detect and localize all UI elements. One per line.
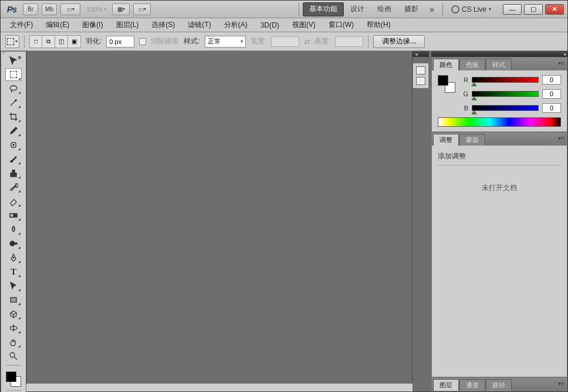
color-swatches[interactable] [5, 370, 22, 388]
zoom-tool[interactable] [5, 350, 22, 363]
selection-new[interactable]: □ [29, 35, 42, 48]
foreground-color-swatch[interactable] [6, 371, 16, 382]
height-label: 高度: [315, 36, 330, 46]
g-slider[interactable] [472, 91, 539, 97]
color-panel: 颜色 色板 样式 ▾≡ R G B [431, 57, 567, 132]
b-value[interactable] [542, 103, 561, 113]
lasso-tool[interactable] [5, 82, 22, 95]
extras-button[interactable]: ▭▾ [133, 4, 151, 15]
collapsed-panel-group[interactable] [413, 63, 429, 89]
canvas-area[interactable] [26, 51, 413, 391]
crop-tool[interactable] [5, 110, 22, 123]
workspace-tab-photo[interactable]: 摄影 [398, 2, 425, 16]
healing-brush-tool[interactable] [5, 138, 22, 151]
move-tool[interactable]: ✥ [5, 54, 22, 67]
stamp-tool[interactable] [5, 167, 22, 180]
workspace-tab-design[interactable]: 设计 [344, 2, 371, 16]
selection-add[interactable]: ⧉ [42, 35, 55, 48]
menu-image[interactable]: 图像(I) [76, 18, 109, 32]
menu-edit[interactable]: 编辑(E) [40, 18, 75, 32]
menu-view[interactable]: 视图(V) [286, 18, 322, 32]
adjustments-panel: 调整 蒙版 ▾≡ 添加调整 未打开文档 [431, 132, 567, 377]
panel-icon[interactable] [416, 77, 425, 85]
color-spectrum[interactable] [438, 117, 561, 127]
svg-rect-7 [14, 243, 17, 244]
panel-fg-swatch[interactable] [438, 75, 448, 86]
window-maximize[interactable]: ▢ [524, 4, 543, 15]
3d-camera-tool[interactable] [5, 322, 22, 334]
feather-input[interactable] [106, 36, 134, 48]
tab-paths[interactable]: 路径 [486, 379, 512, 391]
menu-3d[interactable]: 3D(D) [255, 19, 285, 31]
separator [24, 35, 25, 48]
eyedropper-tool[interactable] [5, 124, 22, 137]
style-select[interactable]: 正常▾ [205, 36, 246, 48]
r-value[interactable] [542, 75, 561, 85]
window-minimize[interactable]: — [503, 4, 522, 15]
dodge-tool[interactable] [5, 237, 22, 250]
zoom-level[interactable]: 100%▾ [84, 6, 109, 13]
svg-point-11 [10, 353, 15, 357]
tab-channels[interactable]: 通道 [459, 379, 485, 391]
tab-layers[interactable]: 图层 [433, 379, 459, 391]
tab-swatches[interactable]: 色板 [459, 59, 485, 70]
antialias-checkbox[interactable] [139, 38, 146, 45]
eraser-tool[interactable] [5, 195, 22, 208]
hand-tool[interactable] [5, 336, 22, 349]
panel-menu-icon[interactable]: ▾≡ [558, 380, 564, 387]
g-value[interactable] [542, 89, 561, 99]
svg-point-8 [13, 257, 14, 258]
menu-filter[interactable]: 滤镜(T) [182, 18, 217, 32]
tool-divider [6, 390, 21, 391]
panel-color-swatches[interactable] [438, 75, 455, 93]
selection-subtract[interactable]: ◫ [55, 35, 68, 48]
screen-mode-button[interactable]: ▭▾ [60, 4, 80, 15]
add-adjustment-title: 添加调整 [438, 151, 561, 161]
tab-masks[interactable]: 蒙版 [459, 134, 485, 146]
dock-collapse-grip[interactable]: ◂◂ [413, 51, 429, 57]
blur-tool[interactable] [5, 223, 22, 236]
bridge-button[interactable]: Br [23, 4, 38, 15]
pen-tool[interactable] [5, 251, 22, 264]
workspace-more[interactable]: » [425, 2, 439, 16]
menu-file[interactable]: 文件(F) [4, 18, 39, 32]
panel-menu-icon[interactable]: ▾≡ [558, 60, 564, 66]
menu-layer[interactable]: 图层(L) [110, 18, 145, 32]
tab-adjustments[interactable]: 调整 [433, 134, 459, 146]
history-brush-tool[interactable] [5, 181, 22, 194]
swap-icon: ⇄ [304, 38, 310, 46]
cs-live-button[interactable]: CS Live▾ [447, 5, 496, 13]
shape-tool[interactable] [5, 293, 22, 306]
width-readonly [271, 36, 299, 47]
menu-window[interactable]: 窗口(W) [323, 18, 360, 32]
menu-help[interactable]: 帮助(H) [361, 18, 397, 32]
svg-point-1 [15, 100, 16, 101]
minibridge-button[interactable]: Mb [42, 4, 57, 15]
gradient-tool[interactable] [5, 209, 22, 222]
arrange-button[interactable]: ▦▾ [112, 4, 130, 15]
selection-intersect[interactable]: ▣ [68, 35, 81, 48]
menu-analysis[interactable]: 分析(A) [218, 18, 253, 32]
brush-tool[interactable] [5, 153, 22, 165]
panel-menu-icon[interactable]: ▾≡ [558, 135, 564, 141]
type-tool[interactable]: T [5, 265, 22, 278]
history-panel-icon[interactable] [416, 66, 425, 75]
path-select-tool[interactable] [5, 279, 22, 292]
marquee-tool[interactable] [5, 68, 22, 81]
dock-grip[interactable]: ▸▸ [431, 51, 567, 57]
window-close[interactable] [545, 4, 564, 15]
tab-color[interactable]: 颜色 [433, 59, 459, 70]
refine-edge-button[interactable]: 调整边缘... [373, 35, 425, 48]
workspace-tab-painting[interactable]: 绘画 [371, 2, 398, 16]
workspace-tab-essentials[interactable]: 基本功能 [303, 2, 344, 16]
magic-wand-tool[interactable] [5, 96, 22, 109]
b-slider[interactable] [472, 105, 539, 111]
menu-select[interactable]: 选择(S) [146, 18, 181, 32]
3d-tool[interactable] [5, 307, 22, 320]
r-label: R [461, 76, 468, 83]
tool-divider [6, 365, 21, 366]
tab-styles[interactable]: 样式 [486, 59, 512, 70]
r-slider[interactable] [472, 77, 539, 83]
current-tool-preset[interactable]: ▾ [5, 35, 19, 48]
svg-point-0 [10, 86, 17, 90]
